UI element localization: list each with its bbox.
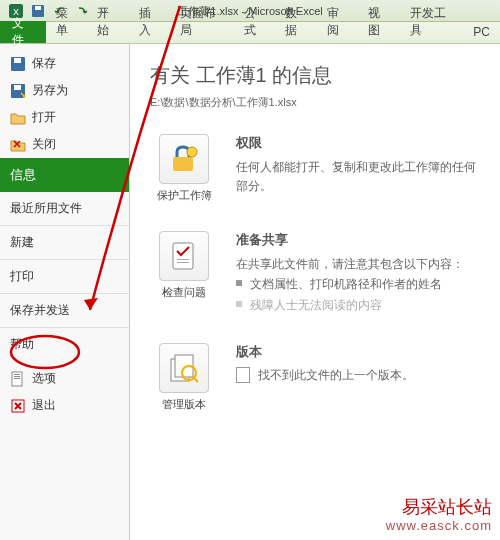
versions-title: 版本 xyxy=(236,343,480,361)
options-icon xyxy=(10,371,26,387)
sidebar-item-help[interactable]: 帮助 xyxy=(0,327,129,361)
versions-row: 找不到此文件的上一个版本。 xyxy=(236,367,480,384)
ribbon-tab-home[interactable]: 开始 xyxy=(87,1,129,43)
check-caption: 检查问题 xyxy=(150,285,218,300)
svg-rect-3 xyxy=(35,6,41,10)
info-block-check: 检查问题 准备共享 在共享此文件前，请注意其包含以下内容： 文档属性、打印机路径… xyxy=(150,231,480,315)
sidebar-item-label: 退出 xyxy=(32,397,56,414)
sidebar-item-open[interactable]: 打开 xyxy=(0,104,129,131)
info-block-protect: 保护工作簿 权限 任何人都能打开、复制和更改此工作簿的任何部分。 xyxy=(150,134,480,203)
svg-rect-9 xyxy=(14,374,20,375)
sidebar-item-saveandsend[interactable]: 保存并发送 xyxy=(0,293,129,327)
check-title: 准备共享 xyxy=(236,231,480,249)
sidebar-item-label: 关闭 xyxy=(32,136,56,153)
watermark-url: www.easck.com xyxy=(386,518,492,534)
ribbon-tab-view[interactable]: 视图 xyxy=(358,1,400,43)
svg-rect-5 xyxy=(14,58,21,63)
info-title: 有关 工作薄1 的信息 xyxy=(150,62,480,89)
exit-icon xyxy=(10,398,26,414)
backstage-sidebar: 保存 另存为 打开 关闭 信息 最近所用文件 新建 打印 保存并发送 帮助 选项… xyxy=(0,44,130,540)
check-bullet-1: 文档属性、打印机路径和作者的姓名 xyxy=(236,274,480,294)
watermark-text: 易采站长站 xyxy=(386,497,492,519)
svg-rect-10 xyxy=(14,376,20,377)
backstage: 保存 另存为 打开 关闭 信息 最近所用文件 新建 打印 保存并发送 帮助 选项… xyxy=(0,44,500,540)
ribbon: 文件 菜单 开始 插入 页面布局 公式 数据 审阅 视图 开发工具 PC xyxy=(0,22,500,44)
svg-rect-11 xyxy=(14,378,20,379)
window-title: 工作薄1.xlsx - Microsoft Excel xyxy=(177,4,322,19)
info-block-versions: 管理版本 版本 找不到此文件的上一个版本。 xyxy=(150,343,480,412)
watermark: 易采站长站 www.easck.com xyxy=(386,497,492,534)
save-as-icon xyxy=(10,83,26,99)
protect-text: 任何人都能打开、复制和更改此工作簿的任何部分。 xyxy=(236,158,480,196)
sidebar-item-close[interactable]: 关闭 xyxy=(0,131,129,158)
sidebar-item-recent[interactable]: 最近所用文件 xyxy=(0,192,129,225)
file-tab[interactable]: 文件 xyxy=(0,21,46,43)
sidebar-item-label: 打开 xyxy=(32,109,56,126)
ribbon-tab-menu[interactable]: 菜单 xyxy=(46,1,88,43)
document-icon xyxy=(236,367,250,383)
check-text: 在共享此文件前，请注意其包含以下内容： xyxy=(236,255,480,274)
check-issues-button[interactable] xyxy=(159,231,209,281)
versions-caption: 管理版本 xyxy=(150,397,218,412)
sidebar-item-label: 选项 xyxy=(32,370,56,387)
info-path: E:\数据\数据分析\工作薄1.xlsx xyxy=(150,95,480,110)
ribbon-tab-pc[interactable]: PC xyxy=(463,21,500,43)
sidebar-item-label: 保存 xyxy=(32,55,56,72)
sidebar-item-exit[interactable]: 退出 xyxy=(0,392,129,419)
sidebar-item-info[interactable]: 信息 xyxy=(0,158,129,192)
svg-rect-17 xyxy=(177,262,189,263)
check-bullet-2: 残障人士无法阅读的内容 xyxy=(236,295,480,315)
sidebar-item-new[interactable]: 新建 xyxy=(0,225,129,259)
svg-rect-15 xyxy=(173,243,193,269)
bullet-icon xyxy=(236,280,242,286)
close-icon xyxy=(10,137,26,153)
save-icon xyxy=(10,56,26,72)
svg-rect-13 xyxy=(173,157,193,171)
backstage-content: 有关 工作薄1 的信息 E:\数据\数据分析\工作薄1.xlsx 保护工作簿 权… xyxy=(130,44,500,540)
sidebar-item-label: 信息 xyxy=(10,166,36,184)
versions-text: 找不到此文件的上一个版本。 xyxy=(258,367,414,384)
ribbon-tab-review[interactable]: 审阅 xyxy=(317,1,359,43)
manage-versions-button[interactable] xyxy=(159,343,209,393)
sidebar-item-saveas[interactable]: 另存为 xyxy=(0,77,129,104)
ribbon-tab-insert[interactable]: 插入 xyxy=(129,1,171,43)
svg-rect-7 xyxy=(14,85,21,90)
sidebar-item-options[interactable]: 选项 xyxy=(0,365,129,392)
bullet-icon xyxy=(236,301,242,307)
svg-point-14 xyxy=(187,147,197,157)
sidebar-item-label: 另存为 xyxy=(32,82,68,99)
protect-workbook-button[interactable] xyxy=(159,134,209,184)
sidebar-item-print[interactable]: 打印 xyxy=(0,259,129,293)
svg-rect-16 xyxy=(177,259,189,260)
protect-caption: 保护工作簿 xyxy=(150,188,218,203)
sidebar-item-save[interactable]: 保存 xyxy=(0,50,129,77)
protect-title: 权限 xyxy=(236,134,480,152)
open-icon xyxy=(10,110,26,126)
ribbon-tab-developer[interactable]: 开发工具 xyxy=(400,1,463,43)
